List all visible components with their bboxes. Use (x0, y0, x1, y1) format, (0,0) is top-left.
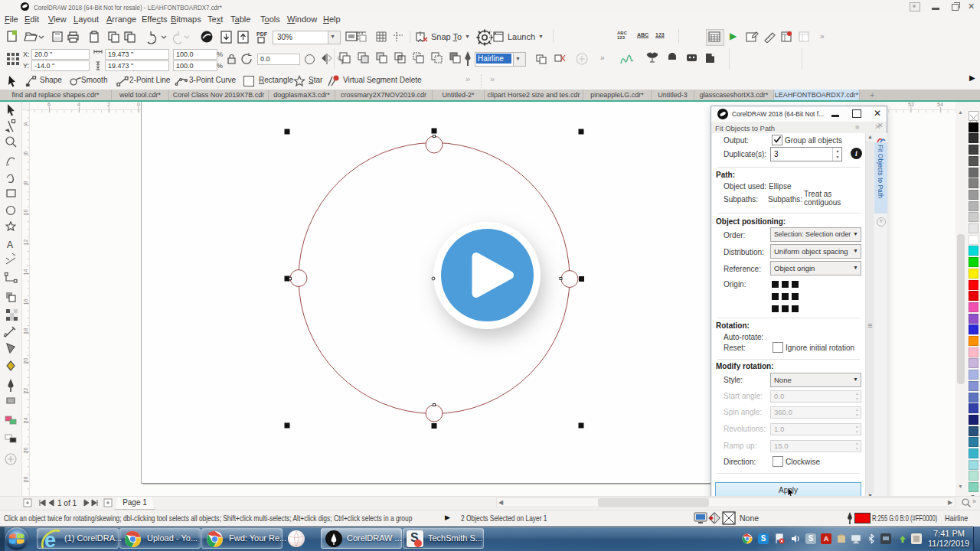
svg-text:PDF: PDF (256, 31, 268, 37)
svg-text:A: A (7, 240, 13, 250)
